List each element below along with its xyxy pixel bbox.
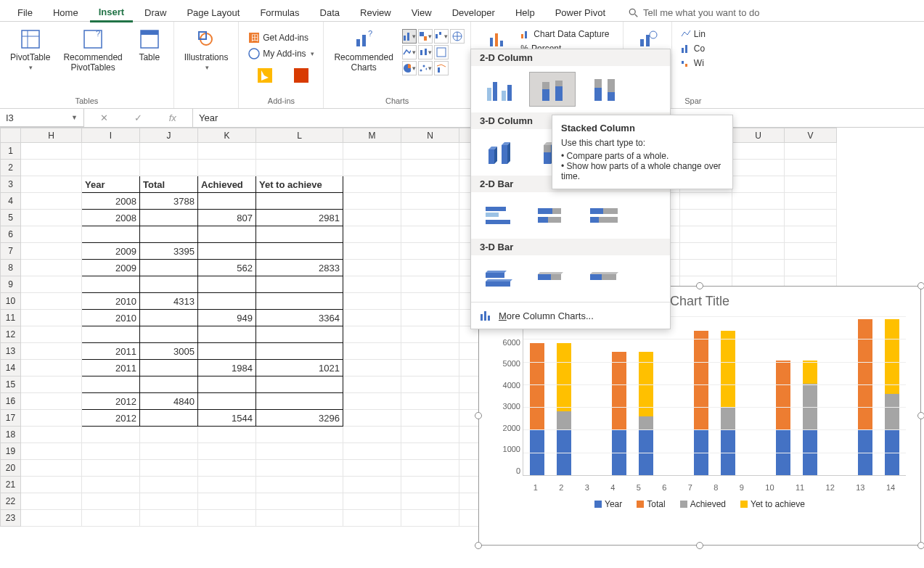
cell-I11[interactable]: 2010 <box>82 310 140 326</box>
cell-J4[interactable]: 3788 <box>140 193 198 210</box>
row-header-11[interactable]: 11 <box>1 310 21 326</box>
cell-I2[interactable] <box>82 160 140 176</box>
cell-M5[interactable] <box>343 210 401 226</box>
cell-K2[interactable] <box>198 160 256 176</box>
cell-J1[interactable] <box>140 143 198 160</box>
cell-H15[interactable] <box>21 376 82 393</box>
tab-power-pivot[interactable]: Power Pivot <box>547 4 614 21</box>
bar-14[interactable] <box>885 319 899 475</box>
cell-N2[interactable] <box>401 160 459 176</box>
cell-H9[interactable] <box>21 276 82 293</box>
cell-H13[interactable] <box>21 343 82 360</box>
cell-K1[interactable] <box>198 143 256 160</box>
cell-H16[interactable] <box>21 393 82 410</box>
line-chart-dropdown[interactable] <box>402 45 417 59</box>
cell-M21[interactable] <box>343 477 401 493</box>
tab-data[interactable]: Data <box>311 4 348 21</box>
cell-H7[interactable] <box>21 243 82 260</box>
cell-I5[interactable]: 2008 <box>82 210 140 226</box>
cell-I20[interactable] <box>82 460 140 477</box>
cell-L2[interactable] <box>256 160 343 176</box>
cell-M8[interactable] <box>343 260 401 276</box>
cell-H12[interactable] <box>21 326 82 343</box>
legend-yet-to-achieve[interactable]: Yet to achieve <box>740 499 805 509</box>
cell-V6[interactable] <box>785 226 837 243</box>
tab-review[interactable]: Review <box>351 4 400 21</box>
cell-K3[interactable]: Achieved <box>198 176 256 193</box>
cell-T7[interactable] <box>680 243 732 260</box>
cell-K7[interactable] <box>198 243 256 260</box>
cell-J19[interactable] <box>140 443 198 460</box>
cell-U1[interactable] <box>732 143 785 160</box>
cell-M14[interactable] <box>343 360 401 376</box>
cell-L12[interactable] <box>256 326 343 343</box>
3d-clustered-bar-option[interactable] <box>477 261 523 296</box>
cell-L13[interactable] <box>256 343 343 360</box>
bar-8[interactable] <box>721 331 735 475</box>
cell-H6[interactable] <box>21 226 82 243</box>
bar-2[interactable] <box>557 343 571 475</box>
cell-M17[interactable] <box>343 410 401 427</box>
legend-achieved[interactable]: Achieved <box>680 499 726 509</box>
cell-I13[interactable]: 2011 <box>82 343 140 360</box>
resize-handle-br[interactable] <box>917 542 924 549</box>
cell-I10[interactable]: 2010 <box>82 293 140 310</box>
cell-J2[interactable] <box>140 160 198 176</box>
cell-H14[interactable] <box>21 360 82 376</box>
my-addins-button[interactable]: My Add-ins <box>245 46 316 61</box>
col-header-M[interactable]: M <box>343 128 401 143</box>
cell-I16[interactable]: 2012 <box>82 393 140 410</box>
bar-1[interactable] <box>530 343 544 475</box>
resize-handle-tr[interactable] <box>917 282 924 289</box>
table-button[interactable]: Table <box>131 25 168 65</box>
tab-developer[interactable]: Developer <box>443 4 504 21</box>
people-graph-button[interactable] <box>285 61 317 90</box>
row-header-4[interactable]: 4 <box>1 193 21 210</box>
cell-H1[interactable] <box>21 143 82 160</box>
col-header-V[interactable]: V <box>785 128 837 143</box>
cell-I15[interactable] <box>82 376 140 393</box>
clustered-column-option[interactable] <box>477 72 523 107</box>
row-header-21[interactable]: 21 <box>1 477 21 493</box>
cell-K12[interactable] <box>198 326 256 343</box>
cell-I4[interactable]: 2008 <box>82 193 140 210</box>
cell-K13[interactable] <box>198 343 256 360</box>
row-header-17[interactable]: 17 <box>1 410 21 427</box>
cell-K23[interactable] <box>198 510 256 527</box>
100-stacked-column-option[interactable] <box>581 72 628 107</box>
cell-V5[interactable] <box>785 210 837 226</box>
bing-maps-button[interactable] <box>249 61 281 90</box>
cell-M10[interactable] <box>343 293 401 310</box>
tab-formulas[interactable]: Formulas <box>251 4 308 21</box>
bar-7[interactable] <box>694 331 708 475</box>
cell-K5[interactable]: 807 <box>198 210 256 226</box>
enter-formula-icon[interactable]: ✓ <box>134 112 142 123</box>
tab-help[interactable]: Help <box>507 4 544 21</box>
cell-N3[interactable] <box>401 176 459 193</box>
cell-J12[interactable] <box>140 326 198 343</box>
bar-10[interactable] <box>776 361 790 475</box>
cell-I8[interactable]: 2009 <box>82 260 140 276</box>
cell-K8[interactable]: 562 <box>198 260 256 276</box>
chart-legend[interactable]: YearTotalAchievedYet to achieve <box>479 499 920 509</box>
cell-N18[interactable] <box>401 427 459 443</box>
cell-N7[interactable] <box>401 243 459 260</box>
col-header-U[interactable]: U <box>732 128 785 143</box>
hierarchy-chart-dropdown[interactable] <box>418 29 433 44</box>
3d-stacked-bar-option[interactable] <box>529 261 576 296</box>
cell-H17[interactable] <box>21 410 82 427</box>
pivottable-button[interactable]: PivotTable <box>6 25 54 74</box>
cell-I22[interactable] <box>82 493 140 510</box>
cell-N16[interactable] <box>401 393 459 410</box>
cell-M6[interactable] <box>343 226 401 243</box>
cell-K16[interactable] <box>198 393 256 410</box>
cell-U5[interactable] <box>732 210 785 226</box>
row-header-7[interactable]: 7 <box>1 243 21 260</box>
cell-L8[interactable]: 2833 <box>256 260 343 276</box>
cell-H23[interactable] <box>21 510 82 527</box>
cell-L9[interactable] <box>256 276 343 293</box>
cell-T6[interactable] <box>680 226 732 243</box>
cell-L7[interactable] <box>256 243 343 260</box>
cell-J17[interactable] <box>140 410 198 427</box>
cell-M9[interactable] <box>343 276 401 293</box>
